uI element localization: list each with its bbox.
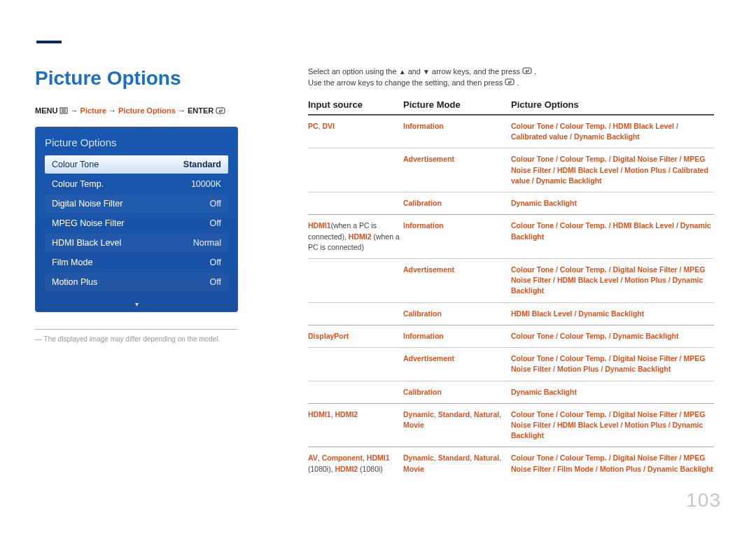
- chapter-rule: [36, 41, 62, 43]
- osd-row-label: Motion Plus: [52, 277, 97, 287]
- cell-picture-options: Colour Tone / Colour Temp. / Digital Noi…: [511, 409, 714, 442]
- cell-picture-mode: Calibration: [403, 309, 511, 319]
- table-header-row: Input source Picture Mode Picture Option…: [308, 99, 714, 115]
- menu-icon: [59, 107, 68, 115]
- arrow-icon: →: [178, 106, 188, 115]
- cell-input-source: AV, Component, HDMI1 (1080i), HDMI2 (108…: [308, 453, 403, 474]
- options-table: Input source Picture Mode Picture Option…: [308, 99, 714, 480]
- osd-row-mpeg-noise-filter[interactable]: MPEG Noise FilterOff: [45, 214, 228, 232]
- breadcrumb: MENU → Picture → Picture Options → ENTER: [35, 106, 280, 115]
- left-column: Picture Options MENU → Picture → Picture…: [35, 67, 280, 480]
- table-row: CalibrationDynamic Backlight: [308, 381, 714, 403]
- cell-picture-mode: Advertisement: [403, 353, 511, 364]
- page-title: Picture Options: [35, 67, 280, 90]
- osd-panel-title: Picture Options: [45, 136, 228, 148]
- osd-row-label: HDMI Black Level: [52, 238, 121, 248]
- osd-row-colour-tone[interactable]: Colour ToneStandard: [45, 155, 228, 174]
- enter-icon: [522, 67, 534, 76]
- osd-row-film-mode[interactable]: Film ModeOff: [45, 253, 228, 272]
- cell-picture-options: HDMI Black Level / Dynamic Backlight: [511, 309, 714, 319]
- osd-row-value: 10000K: [191, 179, 221, 189]
- cell-picture-mode: Dynamic, Standard, Natural, Movie: [403, 409, 511, 430]
- cell-picture-options: Dynamic Backlight: [511, 387, 714, 398]
- cell-picture-mode: Advertisement: [403, 154, 511, 164]
- instr-text: arrow keys, and the press: [432, 67, 522, 76]
- table-body: PC, DVIInformationColour Tone / Colour T…: [308, 115, 714, 480]
- up-arrow-icon: ▲: [399, 68, 406, 76]
- osd-row-value: Normal: [193, 238, 221, 248]
- page-layout: Picture Options MENU → Picture → Picture…: [35, 67, 721, 480]
- table-row: AV, Component, HDMI1 (1080i), HDMI2 (108…: [308, 447, 714, 479]
- cell-picture-mode: Calibration: [403, 387, 511, 398]
- crumb-picture-options: Picture Options: [118, 106, 176, 115]
- instruction-line-1: Select an option using the ▲ and ▼ arrow…: [308, 67, 714, 76]
- crumb-enter: ENTER: [188, 106, 214, 115]
- crumb-picture: Picture: [80, 106, 106, 115]
- table-row: HDMI1, HDMI2Dynamic, Standard, Natural, …: [308, 404, 714, 447]
- cell-picture-mode: Information: [403, 220, 511, 231]
- instruction-line-2: Use the arrow keys to change the setting…: [308, 78, 714, 87]
- cell-picture-options: Colour Tone / Colour Temp. / Digital Noi…: [511, 265, 714, 297]
- table-row: AdvertisementColour Tone / Colour Temp. …: [308, 258, 714, 302]
- cell-picture-mode: Calibration: [403, 198, 511, 209]
- osd-row-motion-plus[interactable]: Motion PlusOff: [45, 273, 228, 291]
- footnote: ― The displayed image may differ dependi…: [35, 335, 238, 343]
- cell-picture-mode: Advertisement: [403, 265, 511, 275]
- table-row: CalibrationHDMI Black Level / Dynamic Ba…: [308, 302, 714, 325]
- footnote-text: The displayed image may differ depending…: [44, 335, 220, 343]
- table-group: HDMI1(when a PC is connected), HDMI2 (wh…: [308, 214, 714, 325]
- cell-input-source: PC, DVI: [308, 121, 403, 132]
- down-arrow-icon: ▼: [423, 68, 430, 76]
- instr-text: .: [517, 78, 519, 87]
- footnote-separator: [35, 329, 238, 330]
- arrow-icon: →: [108, 106, 118, 115]
- table-row: AdvertisementColour Tone / Colour Temp. …: [308, 347, 714, 380]
- osd-row-value: Off: [210, 218, 221, 228]
- table-row: DisplayPortInformationColour Tone / Colo…: [308, 325, 714, 347]
- osd-panel: Picture Options Colour ToneStandardColou…: [35, 127, 238, 312]
- cell-input-source: DisplayPort: [308, 331, 403, 342]
- osd-row-label: Colour Tone: [52, 160, 99, 169]
- header-picture-options: Picture Options: [511, 99, 714, 110]
- osd-row-label: MPEG Noise Filter: [52, 218, 125, 228]
- enter-icon: [216, 107, 225, 115]
- osd-row-value: Off: [210, 199, 221, 209]
- osd-rows: Colour ToneStandardColour Temp.10000KDig…: [45, 155, 228, 291]
- table-group: PC, DVIInformationColour Tone / Colour T…: [308, 115, 714, 214]
- osd-row-label: Film Mode: [52, 258, 92, 267]
- cell-picture-mode: Information: [403, 121, 511, 132]
- instr-text: .: [534, 67, 536, 76]
- osd-row-value: Off: [210, 277, 221, 287]
- osd-row-colour-temp-[interactable]: Colour Temp.10000K: [45, 175, 228, 193]
- table-row: HDMI1(when a PC is connected), HDMI2 (wh…: [308, 215, 714, 258]
- cell-picture-options: Dynamic Backlight: [511, 198, 714, 209]
- enter-icon: [505, 78, 517, 87]
- cell-input-source: HDMI1(when a PC is connected), HDMI2 (wh…: [308, 220, 403, 253]
- table-row: AdvertisementColour Tone / Colour Temp. …: [308, 148, 714, 192]
- instr-text: Select an option using the: [308, 67, 399, 76]
- table-row: PC, DVIInformationColour Tone / Colour T…: [308, 115, 714, 148]
- osd-row-label: Digital Noise Filter: [52, 199, 122, 209]
- cell-picture-mode: Information: [403, 331, 511, 342]
- cell-picture-options: Colour Tone / Colour Temp. / HDMI Black …: [511, 220, 714, 241]
- osd-row-value: Standard: [183, 160, 221, 169]
- header-picture-mode: Picture Mode: [403, 99, 511, 110]
- table-group: AV, Component, HDMI1 (1080i), HDMI2 (108…: [308, 447, 714, 479]
- cell-picture-mode: Dynamic, Standard, Natural, Movie: [403, 453, 511, 474]
- instr-text: Use the arrow keys to change the setting…: [308, 78, 505, 87]
- osd-row-hdmi-black-level[interactable]: HDMI Black LevelNormal: [45, 234, 228, 252]
- crumb-menu: MENU: [35, 106, 57, 115]
- right-column: Select an option using the ▲ and ▼ arrow…: [308, 67, 721, 480]
- instr-text: and: [408, 67, 423, 76]
- osd-row-digital-noise-filter[interactable]: Digital Noise FilterOff: [45, 195, 228, 213]
- header-input-source: Input source: [308, 99, 403, 110]
- osd-row-value: Off: [210, 258, 221, 267]
- cell-picture-options: Colour Tone / Colour Temp. / Digital Noi…: [511, 353, 714, 374]
- chevron-down-icon[interactable]: ▾: [135, 300, 139, 308]
- cell-picture-options: Colour Tone / Colour Temp. / Dynamic Bac…: [511, 331, 714, 342]
- page-number: 103: [686, 489, 721, 512]
- cell-input-source: HDMI1, HDMI2: [308, 409, 403, 420]
- arrow-icon: →: [71, 106, 80, 115]
- cell-picture-options: Colour Tone / Colour Temp. / Digital Noi…: [511, 154, 714, 186]
- cell-picture-options: Colour Tone / Colour Temp. / HDMI Black …: [511, 121, 714, 142]
